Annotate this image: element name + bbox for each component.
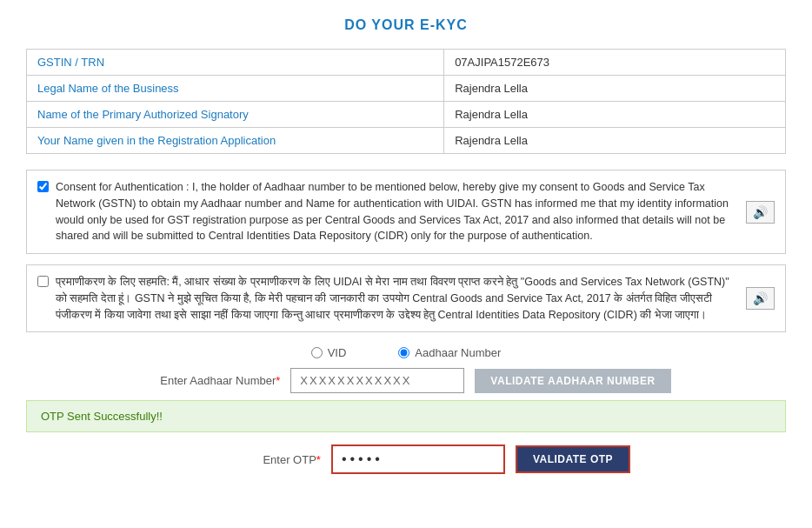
otp-input[interactable] [331,444,505,474]
info-table-row-0: GSTIN / TRN07AJIPA1572E673 [27,50,786,76]
aadhaar-radio-label: Aadhaar Number [415,346,501,359]
vid-label: VID [328,346,347,359]
info-table-label-2: Name of the Primary Authorized Signatory [27,102,444,128]
aadhaar-radio-option[interactable]: Aadhaar Number [398,346,501,359]
info-table-label-0: GSTIN / TRN [27,50,444,76]
otp-success-message: OTP Sent Successfully!! [26,400,786,432]
consent-hindi-section: प्रमाणीकरण के लिए सहमति: मैं, आधार संख्य… [26,264,786,332]
info-table-row-2: Name of the Primary Authorized Signatory… [27,102,786,128]
aadhaar-field-label: Enter Aadhaar Number* [141,374,280,387]
info-table-value-1: Rajendra Lella [444,76,786,102]
consent-hindi-checkbox[interactable] [37,276,49,287]
consent-hindi-text: प्रमाणीकरण के लिए सहमति: मैं, आधार संख्य… [56,274,732,323]
vid-radio[interactable] [311,347,323,358]
page-title: DO YOUR E-KYC [26,17,786,33]
consent-hindi-audio-button[interactable]: 🔊 [746,287,775,310]
radio-section: VID Aadhaar Number [26,346,786,359]
info-table: GSTIN / TRN07AJIPA1572E673Legal Name of … [26,49,786,154]
otp-row: Enter OTP* VALIDATE OTP [26,444,786,474]
consent-english-checkbox[interactable] [37,181,49,192]
aadhaar-radio[interactable] [398,347,409,358]
consent-english-section: Consent for Authentication : I, the hold… [26,170,786,254]
info-table-value-3: Rajendra Lella [444,128,786,154]
aadhaar-row: Enter Aadhaar Number* VALIDATE AADHAAR N… [26,368,786,393]
otp-required-marker: * [316,453,321,466]
info-table-row-1: Legal Name of the BusinessRajendra Lella [27,76,786,102]
validate-aadhaar-button[interactable]: VALIDATE AADHAAR NUMBER [475,369,670,393]
validate-otp-button[interactable]: VALIDATE OTP [516,445,630,473]
info-table-row-3: Your Name given in the Registration Appl… [27,128,786,154]
consent-english-text: Consent for Authentication : I, the hold… [56,179,732,244]
aadhaar-required-marker: * [276,374,280,387]
consent-english-audio-button[interactable]: 🔊 [746,201,775,224]
otp-field-label: Enter OTP* [182,453,321,466]
vid-radio-option[interactable]: VID [311,346,347,359]
info-table-value-0: 07AJIPA1572E673 [444,50,786,76]
aadhaar-number-input[interactable] [290,368,464,393]
info-table-label-3: Your Name given in the Registration Appl… [27,128,444,154]
info-table-label-1: Legal Name of the Business [27,76,444,102]
info-table-value-2: Rajendra Lella [444,102,786,128]
